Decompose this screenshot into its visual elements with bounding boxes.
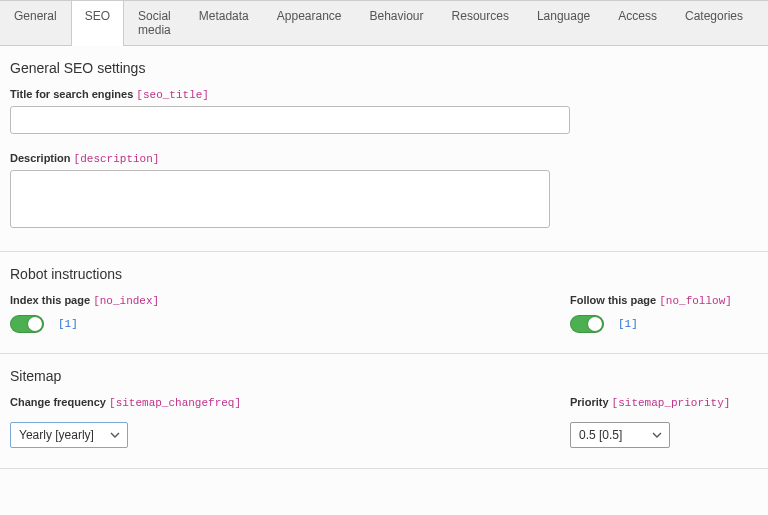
tab-social-media[interactable]: Social media bbox=[124, 1, 185, 45]
value-index-page: [1] bbox=[58, 318, 78, 330]
tab-appearance[interactable]: Appearance bbox=[263, 1, 356, 45]
tab-access[interactable]: Access bbox=[604, 1, 671, 45]
section-general-seo: General SEO settings Title for search en… bbox=[0, 46, 768, 252]
toggle-follow-page[interactable] bbox=[570, 315, 604, 333]
value-follow-page: [1] bbox=[618, 318, 638, 330]
label-index-page-text: Index this page bbox=[10, 294, 90, 306]
select-priority[interactable]: 0.5 [0.5] bbox=[570, 422, 670, 448]
tab-notes[interactable]: Notes bbox=[757, 1, 768, 45]
label-index-page: Index this page [no_index] bbox=[10, 294, 570, 307]
section-heading-sitemap: Sitemap bbox=[10, 368, 758, 384]
label-description-text: Description bbox=[10, 152, 71, 164]
tab-resources[interactable]: Resources bbox=[438, 1, 523, 45]
label-change-frequency: Change frequency [sitemap_changefreq] bbox=[10, 396, 570, 409]
section-robot: Robot instructions Index this page [no_i… bbox=[0, 252, 768, 354]
toggle-index-page[interactable] bbox=[10, 315, 44, 333]
tab-behaviour[interactable]: Behaviour bbox=[356, 1, 438, 45]
tab-bar: General SEO Social media Metadata Appear… bbox=[0, 0, 768, 46]
section-heading-robot: Robot instructions bbox=[10, 266, 758, 282]
select-change-frequency[interactable]: Yearly [yearly] bbox=[10, 422, 128, 448]
dev-tag-description: [description] bbox=[74, 153, 160, 165]
section-heading-general-seo: General SEO settings bbox=[10, 60, 758, 76]
tab-categories[interactable]: Categories bbox=[671, 1, 757, 45]
dev-tag-no-follow: [no_follow] bbox=[659, 295, 732, 307]
label-seo-title: Title for search engines [seo_title] bbox=[10, 88, 758, 101]
tab-metadata[interactable]: Metadata bbox=[185, 1, 263, 45]
label-follow-page-text: Follow this page bbox=[570, 294, 656, 306]
tab-general[interactable]: General bbox=[0, 1, 71, 45]
label-follow-page: Follow this page [no_follow] bbox=[570, 294, 758, 307]
label-priority-text: Priority bbox=[570, 396, 609, 408]
input-seo-title[interactable] bbox=[10, 106, 570, 134]
tab-seo[interactable]: SEO bbox=[71, 1, 124, 45]
dev-tag-priority: [sitemap_priority] bbox=[612, 397, 731, 409]
section-sitemap: Sitemap Change frequency [sitemap_change… bbox=[0, 354, 768, 469]
label-priority: Priority [sitemap_priority] bbox=[570, 396, 758, 409]
tab-language[interactable]: Language bbox=[523, 1, 604, 45]
label-description: Description [description] bbox=[10, 152, 758, 165]
label-change-frequency-text: Change frequency bbox=[10, 396, 106, 408]
dev-tag-seo-title: [seo_title] bbox=[136, 89, 209, 101]
textarea-description[interactable] bbox=[10, 170, 550, 228]
dev-tag-changefreq: [sitemap_changefreq] bbox=[109, 397, 241, 409]
dev-tag-no-index: [no_index] bbox=[93, 295, 159, 307]
label-seo-title-text: Title for search engines bbox=[10, 88, 133, 100]
